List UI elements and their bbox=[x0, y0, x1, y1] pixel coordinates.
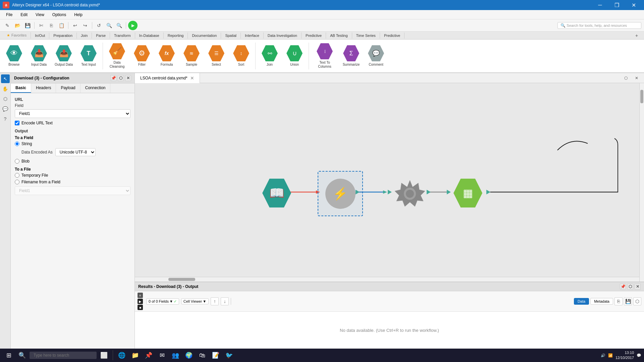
fields-dropdown[interactable]: 0 of 0 Fields ▼ ✓ bbox=[146, 298, 179, 305]
ribbon-cat-inout[interactable]: In/Out bbox=[31, 33, 49, 39]
ribbon-expand-button[interactable]: + bbox=[632, 31, 641, 40]
sort-asc-button[interactable]: ↑ bbox=[211, 297, 219, 305]
encode-url-checkbox[interactable] bbox=[15, 121, 19, 125]
menu-view[interactable]: View bbox=[32, 11, 48, 18]
config-tab-connection[interactable]: Connection bbox=[80, 83, 111, 93]
field-select[interactable]: Field1 bbox=[15, 109, 130, 118]
taskbar-store-icon[interactable]: 📌 bbox=[143, 349, 155, 361]
ribbon-cat-transform[interactable]: Transform bbox=[110, 33, 135, 39]
copy-button-results[interactable]: ⎘ bbox=[614, 297, 623, 305]
tool-select[interactable]: ☰ Select bbox=[205, 41, 228, 71]
taskbar-start-button[interactable]: ⊞ bbox=[3, 349, 15, 361]
cell-viewer-dropdown[interactable]: Cell Viewer ▼ bbox=[181, 298, 209, 304]
node-settings[interactable] bbox=[393, 177, 427, 210]
zoom-in-button[interactable]: 🔍 bbox=[104, 21, 114, 30]
taskbar-word-icon[interactable]: 📝 bbox=[210, 349, 222, 361]
taskbar-task-view[interactable]: ⬜ bbox=[98, 349, 110, 361]
menu-help[interactable]: Help bbox=[71, 11, 86, 18]
config-close-button[interactable]: ✕ bbox=[125, 75, 131, 81]
ribbon-cat-documentation[interactable]: Documentation bbox=[188, 33, 221, 39]
redo-button[interactable]: ↪ bbox=[80, 21, 90, 30]
new-button[interactable]: ✎ bbox=[3, 21, 12, 30]
canvas-scrollbar-vertical[interactable] bbox=[639, 83, 644, 282]
tool-formula[interactable]: fx Formula bbox=[155, 41, 178, 71]
copy-button[interactable]: ⎘ bbox=[47, 21, 56, 30]
open-button[interactable]: 📂 bbox=[13, 21, 22, 30]
config-tab-headers[interactable]: Headers bbox=[31, 83, 56, 93]
ribbon-cat-abtesting[interactable]: AB Testing bbox=[326, 33, 352, 39]
config-tab-basic[interactable]: Basic bbox=[11, 83, 31, 93]
taskbar-people-icon[interactable]: 👥 bbox=[169, 349, 181, 361]
ribbon-cat-join[interactable]: Join bbox=[77, 33, 92, 39]
save-button[interactable]: 💾 bbox=[23, 21, 32, 30]
sidebar-select-tool[interactable]: ↖ bbox=[1, 74, 10, 83]
results-pin-button[interactable]: 📌 bbox=[620, 284, 626, 290]
refresh-button[interactable]: ↺ bbox=[94, 21, 104, 30]
sidebar-connect-tool[interactable]: ⬡ bbox=[1, 95, 10, 103]
sidebar-comment-tool[interactable]: 💬 bbox=[1, 105, 10, 113]
tool-sort[interactable]: ↕ Sort bbox=[230, 41, 253, 71]
temp-file-radio[interactable] bbox=[15, 173, 19, 178]
taskbar-amazon-icon[interactable]: 🛍 bbox=[196, 349, 208, 361]
tool-input-data[interactable]: 📥 Input Data bbox=[28, 41, 50, 71]
string-radio[interactable] bbox=[15, 141, 19, 146]
paste-button[interactable]: 📋 bbox=[57, 21, 66, 30]
tool-join[interactable]: ⚯ Join bbox=[258, 41, 281, 71]
menu-edit[interactable]: Edit bbox=[17, 11, 31, 18]
ribbon-cat-indatabase[interactable]: In-Database bbox=[135, 33, 164, 39]
tool-comment[interactable]: 💬 Comment bbox=[365, 41, 387, 71]
canvas-tab-close[interactable]: ✕ bbox=[190, 75, 194, 81]
ribbon-cat-favorites[interactable]: ★Favorites bbox=[3, 32, 31, 39]
close-button[interactable]: ✕ bbox=[626, 0, 641, 10]
minimize-button[interactable]: ─ bbox=[592, 0, 608, 10]
cut-button[interactable]: ✄ bbox=[37, 21, 46, 30]
filename-field-select[interactable]: Field1 bbox=[15, 186, 130, 195]
results-close-button[interactable]: ✕ bbox=[635, 284, 641, 290]
results-float-button[interactable]: ⬡ bbox=[627, 284, 633, 290]
taskbar-chrome-icon[interactable]: 🌍 bbox=[183, 349, 195, 361]
taskbar-network-icon[interactable]: 📶 bbox=[608, 353, 613, 358]
tool-union[interactable]: ∪ Union bbox=[283, 41, 306, 71]
config-tab-payload[interactable]: Payload bbox=[56, 83, 80, 93]
taskbar-folder-icon[interactable]: 📁 bbox=[129, 349, 141, 361]
ribbon-cat-datainvestigation[interactable]: Data Investigation bbox=[264, 33, 302, 39]
node-input[interactable]: 📖 bbox=[262, 179, 291, 207]
ribbon-cat-predictive[interactable]: Predictive bbox=[302, 33, 326, 39]
taskbar-notification[interactable]: 💬 bbox=[637, 353, 641, 358]
tool-browse[interactable]: 👁 Browse bbox=[3, 41, 25, 71]
canvas-close-button[interactable]: ✕ bbox=[632, 73, 641, 83]
node-download-selected[interactable]: ⚡ bbox=[318, 171, 363, 216]
tool-output-data[interactable]: 📤 Output Data bbox=[52, 41, 75, 71]
sort-desc-button[interactable]: ↓ bbox=[221, 297, 229, 305]
ribbon-cat-parse[interactable]: Parse bbox=[92, 33, 110, 39]
encoding-select[interactable]: Unicode UTF-8 bbox=[55, 148, 96, 156]
results-icon-block[interactable]: ■ bbox=[138, 305, 143, 310]
ribbon-cat-predictive2[interactable]: Predictive bbox=[380, 33, 405, 39]
search-bar[interactable]: 🔍 Search for tools, help, and resources bbox=[557, 22, 641, 29]
scroll-thumb-v[interactable] bbox=[640, 90, 643, 103]
taskbar-browser-icon[interactable]: 🐦 bbox=[223, 349, 235, 361]
restore-button[interactable]: ❒ bbox=[609, 0, 625, 10]
sidebar-pan-tool[interactable]: ✋ bbox=[1, 84, 10, 93]
menu-options[interactable]: Options bbox=[49, 11, 69, 18]
canvas-tab-lsoa[interactable]: LSOA centroid data.yxmd* ✕ bbox=[135, 73, 200, 83]
scroll-thumb-h[interactable] bbox=[168, 278, 195, 281]
tool-data-cleansing[interactable]: 🧹 Data Cleansing bbox=[106, 41, 128, 71]
sidebar-help-tool[interactable]: ? bbox=[1, 115, 10, 123]
tool-sample[interactable]: ≋ Sample bbox=[180, 41, 203, 71]
taskbar-search-icon[interactable]: 🔍 bbox=[16, 349, 28, 361]
results-icon-grid[interactable]: ≡ bbox=[138, 293, 143, 298]
taskbar-edge-icon[interactable]: 🌐 bbox=[116, 349, 128, 361]
zoom-out-button[interactable]: 🔍 bbox=[114, 21, 124, 30]
blob-radio[interactable] bbox=[15, 159, 19, 164]
menu-file[interactable]: File bbox=[3, 11, 16, 18]
tool-text-to-columns[interactable]: ⫶ Text To Columns bbox=[312, 41, 338, 71]
undo-button[interactable]: ↩ bbox=[70, 21, 80, 30]
canvas-float-button[interactable]: ⬡ bbox=[621, 73, 631, 83]
tool-summarize[interactable]: Σ Summarize bbox=[340, 41, 363, 71]
ribbon-cat-timeseries[interactable]: Time Series bbox=[352, 33, 380, 39]
taskbar-search-input[interactable] bbox=[30, 352, 97, 359]
ribbon-cat-preparation[interactable]: Preparation bbox=[49, 33, 77, 39]
tool-filter[interactable]: ⚙ Filter bbox=[130, 41, 153, 71]
config-float-button[interactable]: ⬡ bbox=[118, 75, 124, 81]
